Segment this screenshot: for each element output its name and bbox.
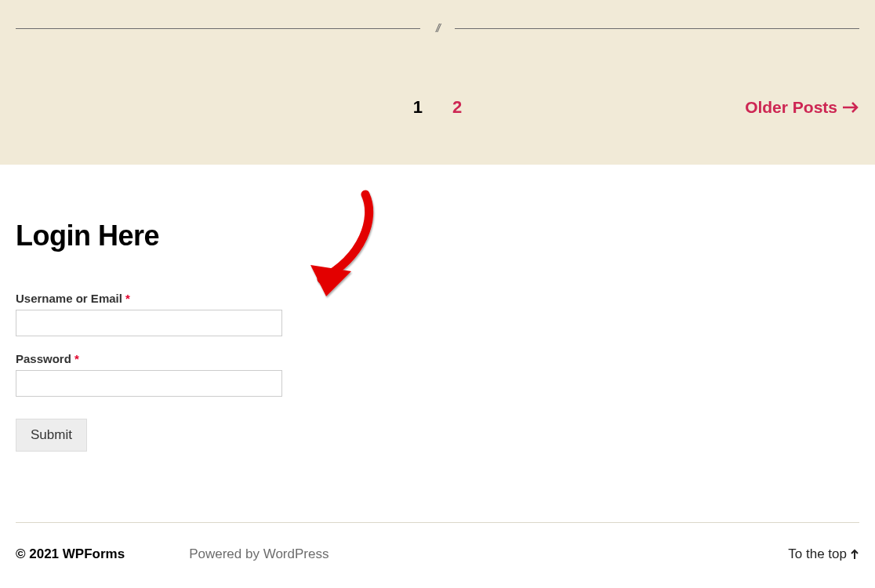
submit-button[interactable]: Submit [16, 419, 87, 452]
arrow-right-icon [842, 101, 859, 114]
username-group: Username or Email * [16, 292, 859, 336]
divider-line-left [16, 28, 420, 29]
copyright: © 2021 WPForms [16, 546, 125, 562]
divider: // [16, 0, 859, 34]
page-link-2[interactable]: 2 [452, 97, 462, 118]
login-heading: Login Here [16, 220, 859, 252]
required-mark: * [125, 292, 130, 305]
required-mark: * [74, 352, 79, 365]
password-input[interactable] [16, 370, 282, 397]
page-numbers: 1 2 [413, 97, 463, 118]
password-group: Password * [16, 352, 859, 397]
page-current: 1 [413, 97, 423, 118]
footer: © 2021 WPForms Powered by WordPress To t… [0, 523, 875, 570]
login-section: Login Here Username or Email * Password … [0, 165, 875, 522]
username-input[interactable] [16, 310, 282, 336]
password-label: Password * [16, 352, 859, 365]
arrow-up-icon [850, 549, 859, 560]
pagination-section: // 1 2 Older Posts [0, 0, 875, 165]
divider-slashes: // [436, 22, 439, 34]
older-posts-label: Older Posts [745, 98, 837, 117]
to-top-label: To the top [788, 546, 847, 562]
older-posts-link[interactable]: Older Posts [745, 98, 859, 117]
to-top-link[interactable]: To the top [788, 546, 859, 562]
pagination: 1 2 Older Posts [16, 97, 859, 118]
divider-line-right [455, 28, 859, 29]
powered-by-link[interactable]: Powered by WordPress [189, 546, 329, 562]
username-label: Username or Email * [16, 292, 859, 305]
annotation-arrow-icon [304, 187, 383, 304]
